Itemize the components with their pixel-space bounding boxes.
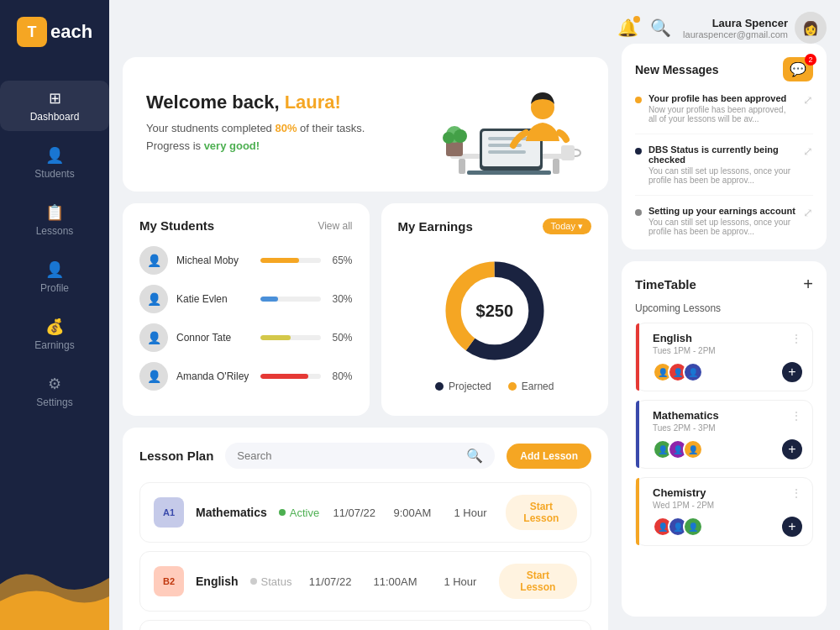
tt-add-student-button[interactable]: + — [782, 517, 802, 537]
search-input[interactable] — [237, 449, 459, 462]
message-item: DBS Status is currently being checked Yo… — [635, 144, 813, 196]
lesson-name: Mathematics — [196, 506, 267, 519]
welcome-task: Your studnents completed 80% of their ta… — [146, 122, 365, 134]
legend-projected: Projected — [435, 381, 491, 392]
lesson-search-bar[interactable]: 🔍 — [225, 443, 495, 469]
progress-fill — [260, 297, 278, 302]
sidebar-item-dashboard[interactable]: ⊞ Dashboard — [0, 81, 109, 131]
user-text: Laura Spencer lauraspencer@gmail.com — [683, 17, 788, 39]
student-name: Katie Evlen — [176, 293, 252, 305]
tt-lesson-time: Tues 1PM - 2PM — [646, 346, 716, 355]
tt-lesson-time: Wed 1PM - 2PM — [646, 501, 714, 510]
welcome-illustration — [433, 74, 585, 175]
tt-lesson-footer: 👤👤👤 + — [646, 439, 802, 459]
search-icon: 🔍 — [466, 448, 483, 464]
svg-point-13 — [454, 129, 467, 143]
notification-bell[interactable]: 🔔 — [617, 18, 638, 38]
timetable-lessons: English Tues 1PM - 2PM ⋮ 👤👤👤 + Mathemati… — [635, 323, 813, 546]
sidebar-item-lessons[interactable]: 📋 Lessons — [0, 195, 109, 245]
start-lesson-button[interactable]: Start Lesson — [499, 564, 577, 599]
message-item: Setting up your earnings account You can… — [635, 206, 813, 236]
projected-dot — [435, 382, 444, 391]
lesson-row: C3 Chemistry Status 11/07/22 12:00PM 1 H… — [139, 620, 591, 630]
progress-fill — [260, 335, 291, 340]
lesson-accent — [636, 323, 639, 391]
progress-percent: 50% — [329, 332, 353, 344]
more-icon[interactable]: ⋮ — [790, 332, 802, 345]
timetable-add-button[interactable]: + — [803, 275, 813, 294]
lesson-badge: A1 — [154, 497, 184, 528]
tt-lesson-footer: 👤👤👤 + — [646, 362, 802, 382]
welcome-card: Welcome back, Laura! Your studnents comp… — [123, 57, 608, 192]
earnings-period-badge[interactable]: Today ▾ — [543, 218, 591, 234]
sidebar-item-earnings[interactable]: 💰 Earnings — [0, 309, 109, 360]
tt-lesson-footer: 👤👤👤 + — [646, 517, 802, 537]
message-title: Setting up your earnings account — [648, 206, 796, 216]
view-all-link[interactable]: View all — [318, 220, 352, 232]
progress-bar — [260, 374, 321, 379]
progress-fill — [260, 374, 308, 379]
message-title: DBS Status is currently being checked — [648, 144, 796, 165]
students-title: My Students — [139, 218, 214, 233]
expand-icon[interactable]: ⤢ — [803, 93, 813, 107]
student-name: Connor Tate — [176, 332, 252, 344]
timetable-lesson: English Tues 1PM - 2PM ⋮ 👤👤👤 + — [635, 323, 813, 391]
sidebar-item-label: Students — [34, 168, 74, 180]
message-item: Your profile has been approved Now your … — [635, 93, 813, 134]
tt-add-student-button[interactable]: + — [782, 439, 802, 459]
expand-icon[interactable]: ⤢ — [803, 144, 813, 158]
add-lesson-button[interactable]: Add Lesson — [507, 444, 591, 469]
message-dot — [635, 97, 642, 103]
sidebar: T each ⊞ Dashboard 👤 Students 📋 Lessons … — [0, 0, 109, 630]
user-info: Laura Spencer lauraspencer@gmail.com 👩 — [683, 12, 827, 44]
upcoming-label: Upcoming Lessons — [635, 302, 813, 314]
lesson-accent — [636, 401, 639, 468]
tt-add-student-button[interactable]: + — [782, 362, 802, 382]
earnings-legend: Projected Earned — [398, 381, 591, 392]
more-icon[interactable]: ⋮ — [790, 486, 802, 500]
status-dot — [279, 509, 286, 516]
messages-list: Your profile has been approved Now your … — [635, 93, 813, 236]
svg-rect-2 — [553, 159, 559, 174]
tt-avatar: 👤 — [683, 517, 703, 537]
status-dot — [250, 578, 257, 585]
message-dot — [635, 209, 642, 216]
status-inactive: Status — [250, 575, 292, 588]
lesson-plan-title: Lesson Plan — [139, 449, 213, 463]
main-content: Welcome back, Laura! Your studnents comp… — [109, 44, 622, 630]
earnings-title: My Earnings — [398, 219, 473, 234]
expand-icon[interactable]: ⤢ — [803, 206, 813, 219]
earned-label: Earned — [522, 381, 554, 392]
profile-icon: 👤 — [45, 260, 64, 279]
student-name: Amanda O'Riley — [176, 370, 252, 382]
sidebar-item-students[interactable]: 👤 Students — [0, 138, 109, 188]
svg-rect-14 — [561, 145, 575, 160]
sidebar-item-label: Settings — [36, 396, 72, 408]
legend-earned: Earned — [508, 381, 554, 392]
start-lesson-button[interactable]: Start Lesson — [506, 495, 577, 530]
earnings-icon: 💰 — [45, 318, 64, 336]
settings-icon: ⚙ — [48, 375, 61, 393]
tt-lesson-title: English — [646, 332, 716, 344]
search-button[interactable]: 🔍 — [650, 18, 671, 38]
status-active: Active — [279, 507, 319, 519]
lesson-time: 9:00AM — [389, 507, 435, 519]
messages-title: New Messages — [635, 63, 719, 76]
sidebar-item-settings[interactable]: ⚙ Settings — [0, 366, 109, 417]
lesson-plan-section: Lesson Plan 🔍 Add Lesson A1 Mathematics … — [123, 428, 608, 630]
messages-icon-btn[interactable]: 💬 2 — [783, 57, 813, 81]
lesson-name: English — [196, 575, 239, 588]
student-row: 👤 Connor Tate 50% — [139, 323, 353, 352]
svg-rect-5 — [467, 171, 551, 175]
more-icon[interactable]: ⋮ — [790, 409, 802, 423]
tt-lesson-time: Tues 2PM - 3PM — [646, 423, 719, 433]
timetable-header: TimeTable + — [635, 275, 813, 294]
lesson-duration: 1 Hour — [447, 507, 493, 519]
earnings-donut: $250 — [398, 256, 591, 365]
students-list: 👤 Micheal Moby 65% 👤 Katie Evlen 30% 👤 C… — [139, 246, 353, 391]
student-avatar: 👤 — [139, 285, 168, 313]
progress-bar — [260, 258, 321, 263]
lesson-date: 11/07/22 — [331, 507, 377, 519]
sidebar-item-profile[interactable]: 👤 Profile — [0, 252, 109, 302]
message-subtitle: You can still set up lessons, once your … — [648, 218, 796, 236]
